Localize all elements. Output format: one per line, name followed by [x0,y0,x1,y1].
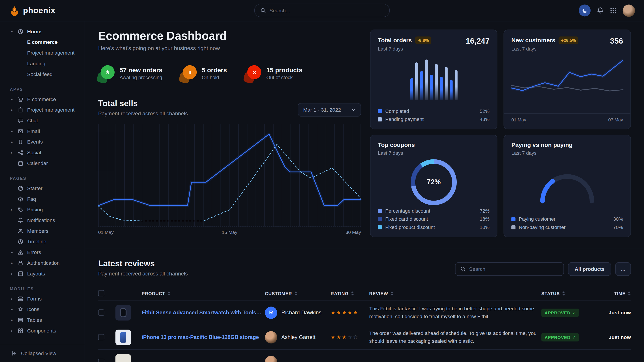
more-options-button[interactable]: ... [615,262,631,276]
sort-icon [562,291,565,296]
page-title: Ecommerce Dashboard [98,29,361,43]
column-header-customer[interactable]: CUSTOMER [265,291,327,296]
components-icon [17,328,24,334]
sidebar-item-authentication[interactable]: ▸Authentication [0,258,84,269]
new-customers-chart [511,56,623,100]
product-link[interactable]: Fitbit Sense Advanced Smartwatch with To… [142,310,262,316]
column-header-review[interactable]: REVIEW [369,291,538,296]
row-checkbox[interactable] [98,334,104,340]
sidebar-item-project-management[interactable]: Project management [0,48,84,58]
sidebar-item-members[interactable]: Members [0,226,84,237]
sidebar-item-social[interactable]: ▸Social [0,147,84,158]
sidebar-item-home[interactable]: ▾Home [0,26,84,37]
x-axis-label: 01 May [511,117,526,122]
sidebar-item-landing[interactable]: Landing [0,58,84,69]
column-header-status[interactable]: STATUS [541,291,593,296]
product-link[interactable]: iPhone 13 pro max-Pacific Blue-128GB sto… [142,334,262,340]
sidebar-item-notifications[interactable]: Notifications [0,215,84,226]
legend-item-completed: Completed52% [378,108,490,114]
column-header-rating[interactable]: RATING [331,291,366,296]
sidebar-item-errors[interactable]: ▸Errors [0,247,84,258]
sidebar-item-tables[interactable]: ▸Tables [0,315,84,326]
sidebar-item-label: Timeline [27,239,46,245]
bookmark-icon [17,139,24,145]
row-checkbox[interactable] [98,359,104,362]
page-subtitle: Here's what's going on at your business … [98,45,361,51]
calendar-icon [17,160,24,167]
sidebar-item-project-management[interactable]: ▸Project management [0,105,84,115]
sidebar-item-label: Layouts [27,271,45,277]
sidebar-item-timeline[interactable]: Timeline [0,236,84,247]
rating-stars: ★★★☆☆ [331,334,366,340]
sidebar-item-pricing[interactable]: ▸Pricing [0,204,84,215]
sidebar-item-icons[interactable]: ▸Icons [0,304,84,315]
top-navbar: phoenix [0,0,644,21]
sidebar-item-label: Pricing [27,207,43,213]
legend-value: 48% [480,116,490,122]
sidebar-item-chat[interactable]: Chat [0,115,84,126]
caret-right-icon: ▸ [10,297,14,301]
app-grid-button[interactable] [610,7,616,14]
app-root: phoenix ▾HomeE commerceProject managemen… [0,0,644,362]
column-label: PRODUCT [142,291,165,296]
card-title: Top coupons [378,142,415,148]
reviews-search-input[interactable] [469,266,558,272]
sidebar-item-email[interactable]: ▸Email [0,126,84,137]
card-period: Last 7 days [378,150,490,156]
global-search-input[interactable] [270,7,384,13]
sidebar-item-label: Icons [27,307,40,312]
sidebar-section-label: PAGES [0,169,84,183]
caret-right-icon: ▸ [10,261,14,265]
navbar-actions [579,4,635,16]
card-title: New customers [511,37,556,43]
row-checkbox[interactable] [98,310,104,316]
card-title: Total orders [378,37,412,43]
collapsed-view-button[interactable]: Collapsed View [0,344,84,362]
reviews-title: Latest reviews [98,259,188,268]
user-avatar[interactable] [623,4,635,16]
theme-toggle-button[interactable] [579,4,590,16]
date-range-select[interactable]: Mar 1 - 31, 2022 [298,103,361,117]
sidebar-item-components[interactable]: ▸Components [0,326,84,336]
column-label: CUSTOMER [265,291,292,296]
customer-cell: RRichard Dawkins [265,306,327,319]
sidebar-item-events[interactable]: ▸Events [0,137,84,147]
caret-down-icon: ▾ [10,29,14,33]
brand[interactable]: phoenix [9,5,55,16]
customer-avatar: R [265,306,277,319]
sidebar-item-calendar[interactable]: Calendar [0,158,84,169]
sidebar-item-e-commerce[interactable]: E commerce [0,37,84,48]
sidebar-item-layouts[interactable]: ▸Layouts [0,268,84,279]
sidebar-item-e-commerce[interactable]: ▸E commerce [0,94,84,105]
column-label: STATUS [541,291,560,296]
sidebar-item-label: E commerce [27,39,58,45]
sidebar-section-label: MODULES [0,279,84,293]
select-all-checkbox[interactable] [98,290,104,297]
global-search [254,4,390,17]
stat-icon [98,65,114,82]
sidebar-item-social-feed[interactable]: Social feed [0,69,84,80]
sidebar-item-starter[interactable]: Starter [0,183,84,194]
column-header-product[interactable]: PRODUCT [142,291,262,296]
sidebar-item-label: Email [27,129,40,134]
review-text: The order was delivered ahead of schedul… [369,330,538,345]
total-sells-x-axis: 01 May15 May30 May [98,230,361,235]
column-header-time[interactable]: TIME [596,291,631,296]
table-icon [17,317,24,323]
search-icon [260,8,266,13]
legend-label: Fixed card discount [385,216,428,222]
caret-right-icon: ▸ [10,318,14,322]
alert-icon [17,249,24,256]
bell-icon [17,217,24,224]
notifications-button[interactable] [597,7,604,14]
new-customers-value: 356 [610,36,623,52]
total-sells-chart [98,124,361,227]
caret-right-icon: ▸ [10,129,14,133]
all-products-button[interactable]: All products [568,262,611,276]
sidebar-item-forms[interactable]: ▸Forms [0,293,84,304]
sort-icon [351,291,354,296]
sidebar-item-faq[interactable]: Faq [0,194,84,204]
top-coupons-card: Top coupons Last 7 days 72% Percentage d… [370,135,498,237]
total-orders-bar-chart [378,57,490,100]
x-fill-icon [248,65,261,79]
